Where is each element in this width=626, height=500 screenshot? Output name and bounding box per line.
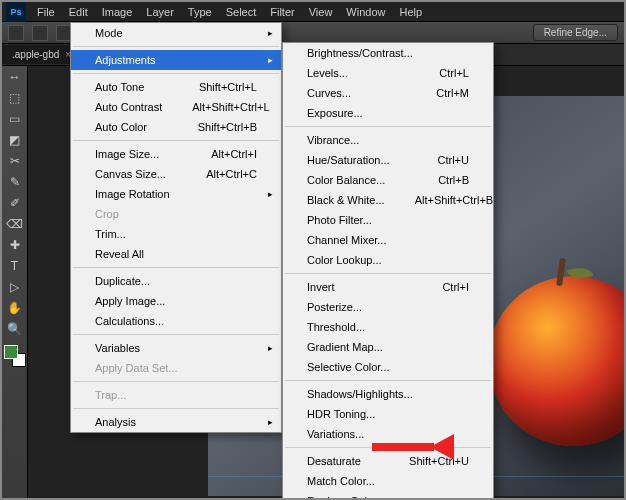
menu-apply-image[interactable]: Apply Image... bbox=[71, 291, 281, 311]
menu-calculations[interactable]: Calculations... bbox=[71, 311, 281, 331]
eraser-tool[interactable]: ⌫ bbox=[4, 214, 26, 234]
menu-curves[interactable]: Curves...Ctrl+M bbox=[283, 83, 493, 103]
crop-tool[interactable]: ✂ bbox=[4, 151, 26, 171]
menu-replace-color[interactable]: Replace Color... bbox=[283, 491, 493, 500]
adjustments-submenu: Brightness/Contrast... Levels...Ctrl+L C… bbox=[282, 42, 494, 500]
menu-hdr-toning[interactable]: HDR Toning... bbox=[283, 404, 493, 424]
menu-trim[interactable]: Trim... bbox=[71, 224, 281, 244]
menu-exposure[interactable]: Exposure... bbox=[283, 103, 493, 123]
path-tool[interactable]: ▷ bbox=[4, 277, 26, 297]
menu-levels[interactable]: Levels...Ctrl+L bbox=[283, 63, 493, 83]
menu-trap: Trap... bbox=[71, 385, 281, 405]
menu-apply-data-set: Apply Data Set... bbox=[71, 358, 281, 378]
annotation-arrow bbox=[372, 438, 454, 456]
menu-layer[interactable]: Layer bbox=[139, 2, 181, 22]
menu-invert[interactable]: InvertCtrl+I bbox=[283, 277, 493, 297]
menu-window[interactable]: Window bbox=[339, 2, 392, 22]
lasso-tool[interactable]: ▭ bbox=[4, 109, 26, 129]
image-menu-dropdown: Mode Adjustments Auto ToneShift+Ctrl+L A… bbox=[70, 22, 282, 433]
menu-hue-saturation[interactable]: Hue/Saturation...Ctrl+U bbox=[283, 150, 493, 170]
menu-reveal-all[interactable]: Reveal All bbox=[71, 244, 281, 264]
menu-adjustments[interactable]: Adjustments bbox=[71, 50, 281, 70]
menu-edit[interactable]: Edit bbox=[62, 2, 95, 22]
menu-gradient-map[interactable]: Gradient Map... bbox=[283, 337, 493, 357]
app-logo: Ps bbox=[6, 2, 26, 22]
menu-vibrance[interactable]: Vibrance... bbox=[283, 130, 493, 150]
menu-shadows-highlights[interactable]: Shadows/Highlights... bbox=[283, 384, 493, 404]
menu-color-lookup[interactable]: Color Lookup... bbox=[283, 250, 493, 270]
color-swatches[interactable] bbox=[4, 345, 26, 367]
menu-auto-color[interactable]: Auto ColorShift+Ctrl+B bbox=[71, 117, 281, 137]
menu-threshold[interactable]: Threshold... bbox=[283, 317, 493, 337]
menu-image-size[interactable]: Image Size...Alt+Ctrl+I bbox=[71, 144, 281, 164]
refine-edge-button[interactable]: Refine Edge... bbox=[533, 24, 618, 41]
menu-bar: Ps File Edit Image Layer Type Select Fil… bbox=[2, 2, 624, 22]
menu-analysis[interactable]: Analysis bbox=[71, 412, 281, 432]
menu-help[interactable]: Help bbox=[392, 2, 429, 22]
menu-photo-filter[interactable]: Photo Filter... bbox=[283, 210, 493, 230]
menu-type[interactable]: Type bbox=[181, 2, 219, 22]
menu-duplicate[interactable]: Duplicate... bbox=[71, 271, 281, 291]
menu-posterize[interactable]: Posterize... bbox=[283, 297, 493, 317]
wand-tool[interactable]: ◩ bbox=[4, 130, 26, 150]
menu-channel-mixer[interactable]: Channel Mixer... bbox=[283, 230, 493, 250]
healing-tool[interactable]: ✚ bbox=[4, 235, 26, 255]
menu-image[interactable]: Image bbox=[95, 2, 140, 22]
menu-select[interactable]: Select bbox=[219, 2, 264, 22]
menu-image-rotation[interactable]: Image Rotation bbox=[71, 184, 281, 204]
document-title: .apple-gbd bbox=[12, 49, 59, 60]
brush-tool[interactable]: ✐ bbox=[4, 193, 26, 213]
eyedropper-tool[interactable]: ✎ bbox=[4, 172, 26, 192]
menu-crop: Crop bbox=[71, 204, 281, 224]
menu-canvas-size[interactable]: Canvas Size...Alt+Ctrl+C bbox=[71, 164, 281, 184]
menu-color-balance[interactable]: Color Balance...Ctrl+B bbox=[283, 170, 493, 190]
menu-variables[interactable]: Variables bbox=[71, 338, 281, 358]
marquee-tool[interactable]: ⬚ bbox=[4, 88, 26, 108]
menu-match-color[interactable]: Match Color... bbox=[283, 471, 493, 491]
menu-auto-contrast[interactable]: Auto ContrastAlt+Shift+Ctrl+L bbox=[71, 97, 281, 117]
hand-tool[interactable]: ✋ bbox=[4, 298, 26, 318]
selection-new-icon[interactable] bbox=[32, 25, 48, 41]
menu-view[interactable]: View bbox=[302, 2, 340, 22]
menu-file[interactable]: File bbox=[30, 2, 62, 22]
tool-preset-icon[interactable] bbox=[8, 25, 24, 41]
menu-filter[interactable]: Filter bbox=[263, 2, 301, 22]
tools-panel: ↔ ⬚ ▭ ◩ ✂ ✎ ✐ ⌫ ✚ T ▷ ✋ 🔍 bbox=[2, 66, 28, 498]
foreground-swatch[interactable] bbox=[4, 345, 18, 359]
menu-mode[interactable]: Mode bbox=[71, 23, 281, 43]
move-tool[interactable]: ↔ bbox=[4, 67, 26, 87]
menu-selective-color[interactable]: Selective Color... bbox=[283, 357, 493, 377]
menu-brightness-contrast[interactable]: Brightness/Contrast... bbox=[283, 43, 493, 63]
apple-image bbox=[488, 276, 626, 446]
zoom-tool[interactable]: 🔍 bbox=[4, 319, 26, 339]
menu-auto-tone[interactable]: Auto ToneShift+Ctrl+L bbox=[71, 77, 281, 97]
type-tool[interactable]: T bbox=[4, 256, 26, 276]
menu-black-white[interactable]: Black & White...Alt+Shift+Ctrl+B bbox=[283, 190, 493, 210]
